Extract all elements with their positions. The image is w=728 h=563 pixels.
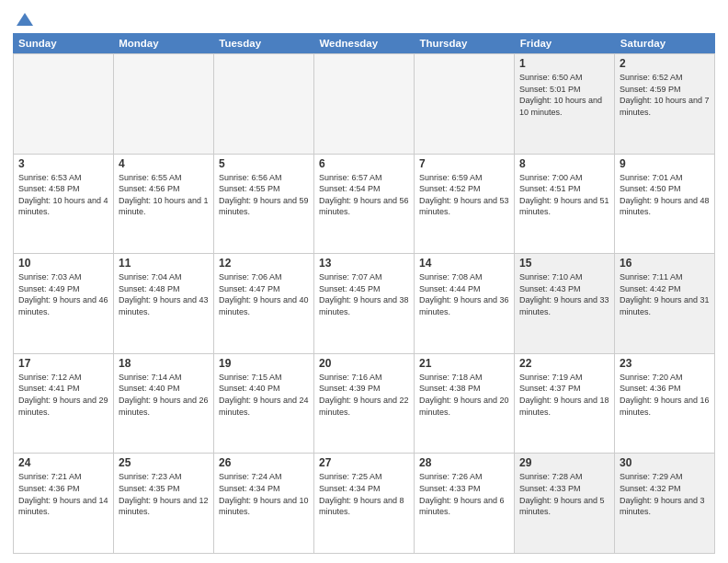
- calendar-cell: 25Sunrise: 7:23 AMSunset: 4:35 PMDayligh…: [114, 454, 214, 553]
- day-info: Sunrise: 7:25 AMSunset: 4:34 PMDaylight:…: [319, 471, 409, 517]
- day-number: 29: [519, 456, 609, 469]
- calendar-cell: 14Sunrise: 7:08 AMSunset: 4:44 PMDayligh…: [415, 254, 515, 353]
- day-number: 13: [319, 257, 409, 270]
- day-info: Sunrise: 7:23 AMSunset: 4:35 PMDaylight:…: [119, 471, 209, 517]
- day-info: Sunrise: 7:19 AMSunset: 4:37 PMDaylight:…: [519, 372, 609, 418]
- day-number: 5: [219, 157, 309, 170]
- calendar-cell: 2Sunrise: 6:52 AMSunset: 4:59 PMDaylight…: [615, 54, 715, 154]
- calendar-cell: 21Sunrise: 7:18 AMSunset: 4:38 PMDayligh…: [415, 354, 515, 454]
- day-number: 18: [119, 357, 209, 370]
- logo-icon: [15, 9, 35, 29]
- calendar-cell: 6Sunrise: 6:57 AMSunset: 4:54 PMDaylight…: [314, 155, 415, 254]
- day-info: Sunrise: 6:50 AMSunset: 5:01 PMDaylight:…: [519, 72, 609, 118]
- calendar-cell: 15Sunrise: 7:10 AMSunset: 4:43 PMDayligh…: [515, 254, 615, 353]
- day-info: Sunrise: 7:21 AMSunset: 4:36 PMDaylight:…: [18, 471, 108, 517]
- day-number: 7: [419, 157, 509, 170]
- calendar-cell: 17Sunrise: 7:12 AMSunset: 4:41 PMDayligh…: [14, 354, 114, 454]
- day-number: 8: [519, 157, 609, 170]
- day-number: 19: [219, 357, 309, 370]
- day-info: Sunrise: 7:00 AMSunset: 4:51 PMDaylight:…: [519, 172, 609, 218]
- day-info: Sunrise: 7:01 AMSunset: 4:50 PMDaylight:…: [620, 172, 710, 218]
- calendar-body: 1Sunrise: 6:50 AMSunset: 5:01 PMDaylight…: [13, 53, 715, 554]
- calendar-cell: 9Sunrise: 7:01 AMSunset: 4:50 PMDaylight…: [615, 155, 715, 254]
- day-info: Sunrise: 7:29 AMSunset: 4:32 PMDaylight:…: [620, 471, 710, 517]
- calendar-header-cell: Tuesday: [213, 33, 313, 53]
- day-info: Sunrise: 6:53 AMSunset: 4:58 PMDaylight:…: [18, 172, 108, 218]
- header: [13, 9, 715, 28]
- day-number: 24: [18, 456, 108, 469]
- day-info: Sunrise: 7:11 AMSunset: 4:42 PMDaylight:…: [620, 271, 710, 317]
- day-number: 10: [18, 257, 108, 270]
- calendar-cell: [114, 54, 214, 154]
- calendar-cell: 26Sunrise: 7:24 AMSunset: 4:34 PMDayligh…: [214, 454, 314, 553]
- day-info: Sunrise: 7:03 AMSunset: 4:49 PMDaylight:…: [18, 271, 108, 317]
- day-info: Sunrise: 6:57 AMSunset: 4:54 PMDaylight:…: [319, 172, 409, 218]
- calendar-header-cell: Monday: [113, 33, 213, 53]
- calendar-cell: [314, 54, 415, 154]
- day-number: 14: [419, 257, 509, 270]
- day-number: 27: [319, 456, 409, 469]
- day-number: 20: [319, 357, 409, 370]
- calendar: SundayMondayTuesdayWednesdayThursdayFrid…: [13, 33, 715, 554]
- calendar-cell: 10Sunrise: 7:03 AMSunset: 4:49 PMDayligh…: [14, 254, 114, 353]
- calendar-cell: 12Sunrise: 7:06 AMSunset: 4:47 PMDayligh…: [214, 254, 314, 353]
- day-info: Sunrise: 7:14 AMSunset: 4:40 PMDaylight:…: [119, 372, 209, 418]
- day-number: 21: [419, 357, 509, 370]
- calendar-cell: 3Sunrise: 6:53 AMSunset: 4:58 PMDaylight…: [14, 155, 114, 254]
- day-number: 1: [519, 57, 609, 70]
- day-number: 17: [18, 357, 108, 370]
- day-info: Sunrise: 6:55 AMSunset: 4:56 PMDaylight:…: [119, 172, 209, 218]
- calendar-row: 10Sunrise: 7:03 AMSunset: 4:49 PMDayligh…: [13, 253, 715, 353]
- day-number: 6: [319, 157, 409, 170]
- calendar-cell: 24Sunrise: 7:21 AMSunset: 4:36 PMDayligh…: [14, 454, 114, 553]
- day-number: 26: [219, 456, 309, 469]
- calendar-row: 24Sunrise: 7:21 AMSunset: 4:36 PMDayligh…: [13, 453, 715, 554]
- day-info: Sunrise: 7:16 AMSunset: 4:39 PMDaylight:…: [319, 372, 409, 418]
- calendar-header-cell: Sunday: [13, 33, 113, 53]
- day-info: Sunrise: 7:24 AMSunset: 4:34 PMDaylight:…: [219, 471, 309, 517]
- calendar-cell: 16Sunrise: 7:11 AMSunset: 4:42 PMDayligh…: [615, 254, 715, 353]
- day-number: 22: [519, 357, 609, 370]
- calendar-cell: 13Sunrise: 7:07 AMSunset: 4:45 PMDayligh…: [314, 254, 415, 353]
- day-info: Sunrise: 6:52 AMSunset: 4:59 PMDaylight:…: [620, 72, 710, 118]
- calendar-cell: 11Sunrise: 7:04 AMSunset: 4:48 PMDayligh…: [114, 254, 214, 353]
- calendar-header: SundayMondayTuesdayWednesdayThursdayFrid…: [13, 33, 715, 53]
- day-number: 25: [119, 456, 209, 469]
- day-info: Sunrise: 7:06 AMSunset: 4:47 PMDaylight:…: [219, 271, 309, 317]
- calendar-header-cell: Wednesday: [313, 33, 414, 53]
- calendar-cell: [214, 54, 314, 154]
- calendar-row: 3Sunrise: 6:53 AMSunset: 4:58 PMDaylight…: [13, 154, 715, 254]
- day-info: Sunrise: 7:15 AMSunset: 4:40 PMDaylight:…: [219, 372, 309, 418]
- calendar-header-cell: Friday: [515, 33, 615, 53]
- day-number: 9: [620, 157, 710, 170]
- calendar-cell: 18Sunrise: 7:14 AMSunset: 4:40 PMDayligh…: [114, 354, 214, 454]
- day-number: 11: [119, 257, 209, 270]
- page: SundayMondayTuesdayWednesdayThursdayFrid…: [0, 0, 728, 563]
- day-number: 3: [18, 157, 108, 170]
- calendar-cell: 30Sunrise: 7:29 AMSunset: 4:32 PMDayligh…: [615, 454, 715, 553]
- day-number: 28: [419, 456, 509, 469]
- day-info: Sunrise: 6:59 AMSunset: 4:52 PMDaylight:…: [419, 172, 509, 218]
- calendar-cell: 8Sunrise: 7:00 AMSunset: 4:51 PMDaylight…: [515, 155, 615, 254]
- day-number: 30: [620, 456, 710, 469]
- day-info: Sunrise: 7:12 AMSunset: 4:41 PMDaylight:…: [18, 372, 108, 418]
- calendar-cell: 7Sunrise: 6:59 AMSunset: 4:52 PMDaylight…: [415, 155, 515, 254]
- day-number: 2: [620, 57, 710, 70]
- calendar-cell: [14, 54, 114, 154]
- day-number: 4: [119, 157, 209, 170]
- day-number: 12: [219, 257, 309, 270]
- calendar-header-cell: Thursday: [415, 33, 515, 53]
- logo: [13, 9, 35, 28]
- calendar-cell: 23Sunrise: 7:20 AMSunset: 4:36 PMDayligh…: [615, 354, 715, 454]
- day-info: Sunrise: 7:28 AMSunset: 4:33 PMDaylight:…: [519, 471, 609, 517]
- day-info: Sunrise: 6:56 AMSunset: 4:55 PMDaylight:…: [219, 172, 309, 218]
- calendar-row: 17Sunrise: 7:12 AMSunset: 4:41 PMDayligh…: [13, 353, 715, 454]
- calendar-cell: 4Sunrise: 6:55 AMSunset: 4:56 PMDaylight…: [114, 155, 214, 254]
- calendar-cell: 1Sunrise: 6:50 AMSunset: 5:01 PMDaylight…: [515, 54, 615, 154]
- calendar-cell: 22Sunrise: 7:19 AMSunset: 4:37 PMDayligh…: [515, 354, 615, 454]
- calendar-cell: 20Sunrise: 7:16 AMSunset: 4:39 PMDayligh…: [314, 354, 415, 454]
- day-info: Sunrise: 7:08 AMSunset: 4:44 PMDaylight:…: [419, 271, 509, 317]
- day-info: Sunrise: 7:07 AMSunset: 4:45 PMDaylight:…: [319, 271, 409, 317]
- day-number: 16: [620, 257, 710, 270]
- day-info: Sunrise: 7:20 AMSunset: 4:36 PMDaylight:…: [620, 372, 710, 418]
